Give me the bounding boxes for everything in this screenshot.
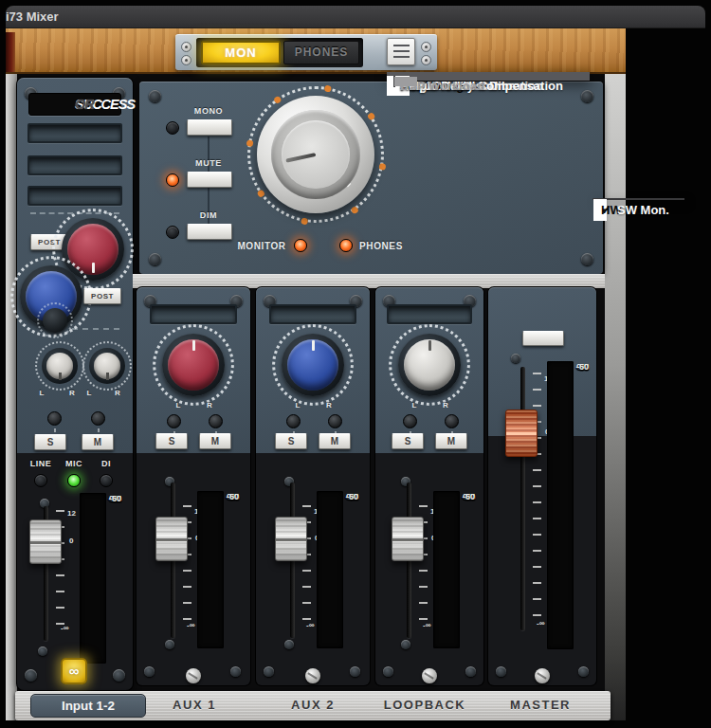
monitor-section-panel: MONO MUTE DIM xyxy=(139,82,603,274)
hamburger-menu-button[interactable] xyxy=(387,38,415,65)
master-fader-handle[interactable] xyxy=(505,410,538,457)
knob-pointer xyxy=(192,340,195,351)
di-led[interactable] xyxy=(100,474,113,487)
mute-button[interactable]: M xyxy=(82,434,114,450)
fader-handle[interactable] xyxy=(155,517,188,561)
fader-scale-label: -∞ xyxy=(187,621,194,629)
aux2-level-knob[interactable] xyxy=(282,334,344,396)
pan-label-l: L xyxy=(36,389,47,397)
mono-button[interactable] xyxy=(187,119,232,136)
master-mute-button[interactable] xyxy=(522,331,564,346)
screw-icon xyxy=(25,669,37,682)
meter-scale-label: -60 xyxy=(346,493,358,501)
monitoring-submenu: ✓HW Mon. SW Mon. xyxy=(592,198,684,200)
screw-icon xyxy=(38,646,47,656)
mute-button[interactable]: M xyxy=(199,433,231,449)
monitor-level-knob[interactable] xyxy=(236,75,395,234)
phones-led-label: PHONES xyxy=(356,241,407,251)
fader-scale-label: 0 xyxy=(69,537,73,545)
mini-switch[interactable] xyxy=(209,414,223,428)
orange-dot xyxy=(301,217,308,225)
brand-suffix: OR xyxy=(75,94,94,115)
dim-button[interactable] xyxy=(187,224,232,240)
screw-icon xyxy=(383,666,393,677)
screw-icon xyxy=(578,666,589,677)
pan-label-l: L xyxy=(83,389,95,397)
screw-icon xyxy=(144,666,155,677)
title-bar[interactable]: i73 Mixer xyxy=(6,6,705,28)
pan-label-r: R xyxy=(66,389,78,397)
mic-led[interactable] xyxy=(67,474,81,487)
screw-icon xyxy=(421,55,431,65)
strip-loopback: L R S M 12 0 -∞ 0-6-12-18-24-30-40-50-60 xyxy=(375,287,483,685)
trim-knob[interactable] xyxy=(43,308,67,333)
pan-label-r: R xyxy=(112,389,123,397)
mini-switch[interactable] xyxy=(328,414,342,428)
fader-handle[interactable] xyxy=(275,517,307,561)
meter-scale: 0-6-12-18-24-30-40-50-60 xyxy=(576,363,597,640)
wood-rail-end xyxy=(6,32,15,72)
fader-scale-label: -∞ xyxy=(61,624,68,632)
screw-icon xyxy=(113,669,125,682)
submenu-item-sw-mon[interactable]: SW Mon. xyxy=(593,199,623,221)
mute-button[interactable]: M xyxy=(435,433,467,449)
line-led[interactable] xyxy=(34,474,47,487)
screw-icon xyxy=(535,668,550,683)
strip-display xyxy=(150,304,237,324)
hamburger-icon xyxy=(393,56,410,58)
fader-handle[interactable] xyxy=(392,517,424,561)
mini-switch[interactable] xyxy=(286,414,301,428)
screw-icon xyxy=(421,42,431,52)
input-display-3 xyxy=(27,186,122,206)
dim-label: DIM xyxy=(185,210,232,220)
phones-button[interactable]: PHONES xyxy=(283,41,359,64)
meter-scale-label: -60 xyxy=(576,363,589,372)
mini-switch[interactable] xyxy=(47,411,62,426)
pan-knob-left[interactable] xyxy=(42,348,78,384)
mute-label: MUTE xyxy=(185,158,232,168)
header-plate: MON PHONES xyxy=(175,34,437,70)
screw-icon xyxy=(149,253,161,265)
dsp-workload-meter xyxy=(393,76,395,87)
input-fader-handle[interactable] xyxy=(29,519,62,564)
mini-switch[interactable] xyxy=(403,414,417,428)
screw-icon xyxy=(149,90,161,102)
strip-aux2: L R S M 12 0 -∞ 0-6-12-18-24-30-40-50-60 xyxy=(256,287,370,685)
mini-switch[interactable] xyxy=(91,411,105,426)
mini-switch[interactable] xyxy=(445,414,459,428)
fader-scale-label: -∞ xyxy=(423,621,430,629)
meter-scale-label: -60 xyxy=(463,493,475,501)
mono-led xyxy=(166,121,179,135)
link-icon: ∞ xyxy=(69,663,80,679)
mute-button[interactable]: M xyxy=(319,433,351,449)
meter-scale: 0-6-12-18-24-30-40-50-60 xyxy=(346,493,367,639)
solo-button[interactable]: S xyxy=(275,433,307,449)
knob-pointer xyxy=(312,340,315,351)
mon-button[interactable]: MON xyxy=(201,41,281,64)
monitor-led-label: MONITOR xyxy=(234,241,289,251)
pan-label-r: R xyxy=(323,401,335,410)
post-button-b[interactable]: POST xyxy=(83,288,121,304)
pan-knob-right[interactable] xyxy=(89,348,125,384)
input-channel-strip: SUCCESSOR POST POST xyxy=(17,78,133,690)
master-fader-track[interactable] xyxy=(520,367,525,630)
meter-scale-label: -60 xyxy=(227,493,239,501)
screw-icon xyxy=(284,640,294,649)
solo-button[interactable]: S xyxy=(34,434,66,450)
loopback-level-knob[interactable] xyxy=(398,334,461,396)
mixer-app: i73 Mixer MON PHONES xyxy=(0,0,711,728)
mute-led xyxy=(166,173,179,187)
line-label: LINE xyxy=(22,459,60,468)
knob-cap xyxy=(43,308,67,333)
solo-button[interactable]: S xyxy=(155,433,188,449)
stereo-link-button[interactable]: ∞ xyxy=(61,658,87,684)
input-label-button[interactable]: Input 1-2 xyxy=(30,694,146,718)
knob-pointer xyxy=(428,340,431,351)
mute-button[interactable] xyxy=(187,172,232,188)
screw-icon xyxy=(186,668,201,683)
mini-switch[interactable] xyxy=(167,414,181,428)
di-label: DI xyxy=(89,459,123,468)
aux1-level-knob[interactable] xyxy=(162,334,225,396)
context-menu: Save Preset Load Preset Interface VU sou… xyxy=(387,72,590,81)
solo-button[interactable]: S xyxy=(392,433,424,449)
